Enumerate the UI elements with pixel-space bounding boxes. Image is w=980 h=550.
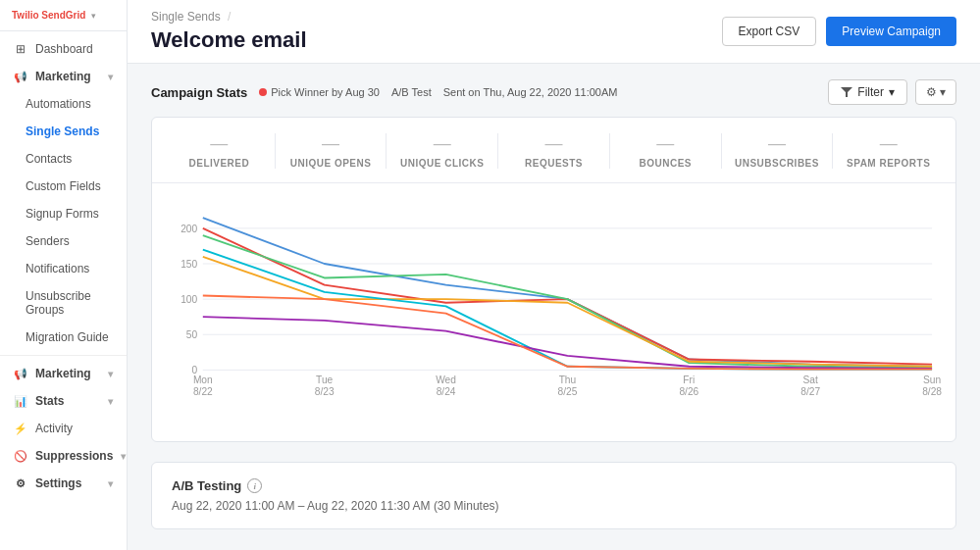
chevron-down-icon: ▾ <box>108 478 113 489</box>
metric-value: — <box>506 133 601 154</box>
metric-label: UNIQUE CLICKS <box>394 158 490 169</box>
svg-text:8/28: 8/28 <box>922 386 942 397</box>
topbar-actions: Export CSV Preview Campaign <box>722 17 956 46</box>
settings-gear-button[interactable]: ⚙ ▾ <box>915 79 956 105</box>
sidebar-item-marketing2[interactable]: 📢 Marketing ▾ <box>0 360 127 387</box>
metric-label: UNSUBSCRIBES <box>730 158 825 169</box>
pick-winner-badge: Pick Winner by Aug 30 <box>259 86 380 98</box>
logo-chevron: ▾ <box>91 11 96 21</box>
sidebar-item-notifications[interactable]: Notifications <box>0 255 127 282</box>
settings-icon: ⚙ <box>14 476 27 490</box>
metric-unique-opens: —UNIQUE OPENS <box>284 133 379 169</box>
badge-dot-icon <box>259 88 267 96</box>
sidebar-item-label: Custom Fields <box>26 179 101 193</box>
metric-label: BOUNCES <box>618 158 713 169</box>
chevron-down-icon: ▾ <box>121 451 126 462</box>
sidebar-item-senders[interactable]: Senders <box>0 227 127 255</box>
sidebar-item-settings[interactable]: ⚙ Settings ▾ <box>0 470 127 497</box>
ab-testing-section: A/B Testing i Aug 22, 2020 11:00 AM – Au… <box>151 462 956 529</box>
preview-campaign-button[interactable]: Preview Campaign <box>826 17 956 46</box>
svg-text:8/23: 8/23 <box>315 386 335 397</box>
svg-text:Fri: Fri <box>683 375 695 385</box>
pick-winner-label: Pick Winner by Aug 30 <box>271 86 380 98</box>
metric-bounces: —BOUNCES <box>618 133 713 169</box>
campaign-stats-title: Campaign Stats <box>151 85 247 100</box>
info-icon[interactable]: i <box>247 478 262 493</box>
metric-value: — <box>618 133 713 154</box>
dashboard-icon: ⊞ <box>14 42 27 56</box>
svg-text:Thu: Thu <box>559 375 577 385</box>
logo-text: Twilio SendGrid <box>12 10 85 21</box>
sidebar-item-label: Suppressions <box>35 449 113 463</box>
sidebar-item-stats[interactable]: 📊 Stats ▾ <box>0 387 127 415</box>
svg-marker-0 <box>841 87 852 97</box>
sidebar-item-activity[interactable]: ⚡ Activity <box>0 415 127 442</box>
activity-icon: ⚡ <box>14 422 27 435</box>
sidebar-item-migration-guide[interactable]: Migration Guide <box>0 324 127 351</box>
sidebar-item-contacts[interactable]: Contacts <box>0 145 127 173</box>
marketing-icon: 📢 <box>14 70 27 83</box>
sidebar-item-label: Automations <box>26 97 91 111</box>
sidebar-item-automations[interactable]: Automations <box>0 90 127 118</box>
stats-box: —DELIVERED—UNIQUE OPENS—UNIQUE CLICKS—RE… <box>151 117 956 442</box>
sidebar-item-label: Notifications <box>26 262 89 275</box>
chart-area: 050100150200Mon8/22Tue8/23Wed8/24Thu8/25… <box>152 183 955 441</box>
stats-icon: 📊 <box>14 394 27 408</box>
metric-requests: —REQUESTS <box>506 133 601 169</box>
sidebar-item-label: Signup Forms <box>26 207 99 221</box>
sidebar-item-label: Migration Guide <box>26 330 109 344</box>
sidebar-divider <box>0 355 127 356</box>
metric-value: — <box>394 133 490 154</box>
stats-header: Campaign Stats Pick Winner by Aug 30 A/B… <box>151 79 956 105</box>
sidebar-item-label: Marketing <box>35 70 91 83</box>
metric-unsubscribes: —UNSUBSCRIBES <box>730 133 825 169</box>
export-csv-button[interactable]: Export CSV <box>722 17 817 46</box>
sidebar-item-label: Stats <box>35 394 64 408</box>
sidebar-item-label: Single Sends <box>26 125 99 138</box>
suppressions-icon: 🚫 <box>14 449 27 463</box>
sidebar-item-label: Dashboard <box>35 42 93 56</box>
sidebar-item-suppressions[interactable]: 🚫 Suppressions ▾ <box>0 442 127 470</box>
sidebar-item-marketing[interactable]: 📢 Marketing ▾ <box>0 63 127 90</box>
metric-value: — <box>841 133 936 154</box>
sidebar-item-label: Settings <box>35 476 81 490</box>
sidebar-item-single-sends[interactable]: Single Sends <box>0 118 127 145</box>
sidebar-item-label: Marketing <box>35 367 91 380</box>
metric-spam-reports: —SPAM REPORTS <box>841 133 936 169</box>
chevron-down-icon: ▾ <box>108 72 113 82</box>
sidebar: Twilio SendGrid ▾ ⊞ Dashboard 📢 Marketin… <box>0 0 128 550</box>
sidebar-item-label: Senders <box>26 234 70 248</box>
svg-text:8/22: 8/22 <box>193 386 213 397</box>
chevron-down-icon: ▾ <box>108 369 113 379</box>
svg-text:Sat: Sat <box>803 375 818 385</box>
ab-testing-subtitle: Aug 22, 2020 11:00 AM – Aug 22, 2020 11:… <box>172 499 936 513</box>
sidebar-item-label: Activity <box>35 422 73 435</box>
topbar: Single Sends / Welcome email Export CSV … <box>128 0 980 64</box>
svg-text:150: 150 <box>181 259 197 270</box>
main-content: Single Sends / Welcome email Export CSV … <box>128 0 980 550</box>
sidebar-item-dashboard[interactable]: ⊞ Dashboard <box>0 35 127 63</box>
sidebar-item-label: Contacts <box>26 152 72 166</box>
campaign-chart: 050100150200Mon8/22Tue8/23Wed8/24Thu8/25… <box>162 193 946 428</box>
filter-button[interactable]: Filter ▾ <box>828 79 907 105</box>
breadcrumb-area: Single Sends / Welcome email <box>151 10 307 53</box>
sidebar-item-signup-forms[interactable]: Signup Forms <box>0 200 127 227</box>
sidebar-item-custom-fields[interactable]: Custom Fields <box>0 173 127 200</box>
svg-text:8/27: 8/27 <box>800 386 820 397</box>
filter-chevron-icon: ▾ <box>889 85 895 99</box>
breadcrumb-link[interactable]: Single Sends <box>151 10 221 24</box>
ab-test-badge: A/B Test <box>391 86 432 98</box>
metric-label: DELIVERED <box>172 158 267 169</box>
svg-text:Wed: Wed <box>436 375 456 385</box>
svg-text:Tue: Tue <box>316 375 334 385</box>
svg-text:8/26: 8/26 <box>679 386 698 397</box>
breadcrumb: Single Sends / <box>151 10 307 24</box>
svg-text:Mon: Mon <box>193 375 213 385</box>
content-area: Campaign Stats Pick Winner by Aug 30 A/B… <box>128 64 980 550</box>
sidebar-item-label: Unsubscribe Groups <box>26 289 113 317</box>
app-logo[interactable]: Twilio SendGrid ▾ <box>0 0 127 31</box>
sent-label: Sent on Thu, Aug 22, 2020 11:00AM <box>443 86 618 98</box>
metric-value: — <box>284 133 379 154</box>
svg-text:Sun: Sun <box>923 375 941 385</box>
sidebar-item-unsubscribe-groups[interactable]: Unsubscribe Groups <box>0 282 127 324</box>
